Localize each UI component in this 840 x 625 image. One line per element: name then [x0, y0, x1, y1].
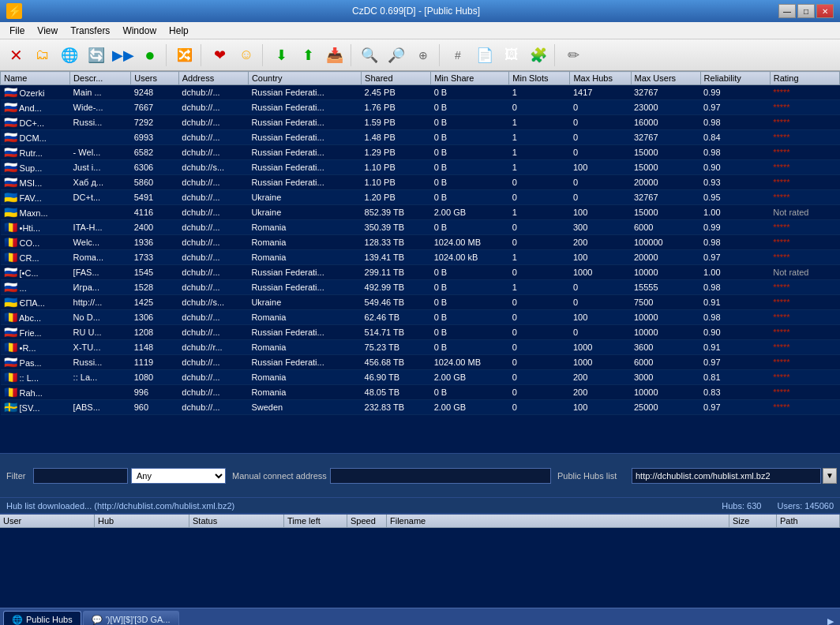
col-country[interactable]: Country	[248, 72, 361, 85]
table-row[interactable]: 🇷🇺 ... Игра... 1528 dchub://... Russian …	[1, 280, 840, 295]
toolbar-hash[interactable]: #	[445, 43, 471, 68]
cell-country: Russian Federati...	[248, 145, 361, 160]
col-address[interactable]: Address	[178, 72, 248, 85]
cell-name: 🇷🇺 Sup...	[1, 160, 70, 175]
toolbar-smiley[interactable]: ☺	[234, 43, 259, 68]
hub-list-combo: http://dchublist.com/hublist.xml.bz2 ▼	[632, 468, 837, 484]
filter-any-select[interactable]: Any	[131, 468, 226, 484]
table-row[interactable]: 🇷🇴 Rah... 996 dchub://... Romania 48.05 …	[1, 385, 840, 400]
toolbar-connect-green[interactable]: ●	[137, 43, 163, 68]
tab-scroll-right[interactable]: ▶	[824, 616, 837, 625]
cell-reliability: 0.99	[700, 220, 770, 235]
toolbar-upload[interactable]: ⬆	[295, 43, 321, 68]
col-name[interactable]: Name	[1, 72, 70, 85]
cell-reliability: 1.00	[700, 205, 770, 220]
cell-min-slots: 1	[509, 115, 570, 130]
cell-shared: 2.45 PB	[362, 85, 431, 100]
table-row[interactable]: 🇷🇺 Sup... Just i... 6306 dchub://s... Ru…	[1, 160, 840, 175]
cell-country: Russian Federati...	[248, 100, 361, 115]
cell-max-hubs: 100	[570, 250, 631, 265]
cell-descr: Russi...	[70, 115, 131, 130]
table-row[interactable]: 🇷🇺 Ozerki Main ... 9248 dchub://... Russ…	[1, 85, 840, 100]
filter-input[interactable]	[33, 468, 128, 484]
table-row[interactable]: 🇺🇦 Maxn... 4116 dchub://... Ukraine 852.…	[1, 205, 840, 220]
toolbar-refresh[interactable]: 🔄	[84, 43, 109, 68]
hub-list-dropdown-arrow[interactable]: ▼	[823, 468, 837, 484]
table-row[interactable]: 🇷🇺 Rutr... - Wel... 6582 dchub://... Rus…	[1, 145, 840, 160]
toolbar-forward[interactable]: ▶▶	[111, 43, 136, 68]
manual-connect-input[interactable]	[330, 468, 551, 484]
table-row[interactable]: 🇷🇴 •R... X-TU... 1148 dchub://r... Roman…	[1, 340, 840, 355]
hub-table-container[interactable]: Name Descr... Users Address Country Shar…	[0, 71, 840, 453]
menu-help[interactable]: Help	[163, 24, 195, 38]
toolbar-copy[interactable]: 🔀	[172, 43, 197, 68]
toolbar-plugin[interactable]: 🧩	[526, 43, 551, 68]
table-row[interactable]: 🇷🇺 And... Wide-... 7667 dchub://... Russ…	[1, 100, 840, 115]
table-row[interactable]: 🇷🇺 DCM... 6993 dchub://... Russian Feder…	[1, 130, 840, 145]
cell-reliability: 0.98	[700, 115, 770, 130]
table-row[interactable]: 🇷🇺 [•C... [FAS... 1545 dchub://... Russi…	[1, 265, 840, 280]
toolbar-sep6	[554, 44, 557, 66]
col-rating[interactable]: Rating	[770, 72, 839, 85]
cell-max-users: 32767	[631, 190, 700, 205]
menu-file[interactable]: File	[3, 24, 31, 38]
table-row[interactable]: 🇷🇺 Frie... RU U... 1208 dchub://... Russ…	[1, 325, 840, 340]
toolbar-globe[interactable]: 🌐	[57, 43, 82, 68]
hub-list-input[interactable]: http://dchublist.com/hublist.xml.bz2	[632, 468, 821, 484]
toolbar-doc[interactable]: 📄	[472, 43, 497, 68]
manual-connect-label: Manual connect address	[232, 471, 327, 481]
cell-descr	[70, 385, 131, 400]
table-row[interactable]: 🇺🇦 ЄПА... http://... 1425 dchub://s... U…	[1, 295, 840, 310]
col-max-users[interactable]: Max Users	[631, 72, 700, 85]
table-row[interactable]: 🇷🇺 MSI... Хаб д... 5860 dchub://... Russ…	[1, 175, 840, 190]
col-shared[interactable]: Shared	[362, 72, 431, 85]
cell-min-share: 2.00 GB	[431, 400, 509, 415]
table-row[interactable]: 🇸🇪 [SV... [ABS... 960 dchub://... Sweden…	[1, 400, 840, 415]
cell-min-share: 0 B	[431, 385, 509, 400]
toolbar-search1[interactable]: 🔍	[357, 43, 382, 68]
table-row[interactable]: 🇷🇺 Pas... Russi... 1119 dchub://... Russ…	[1, 355, 840, 370]
cell-min-share: 0 B	[431, 325, 509, 340]
col-min-share[interactable]: Min Share	[431, 72, 509, 85]
cell-country: Romania	[248, 220, 361, 235]
table-row[interactable]: 🇺🇦 FAV... DC+t... 5491 dchub://... Ukrai…	[1, 190, 840, 205]
cell-users: 7667	[131, 100, 179, 115]
cell-shared: 139.41 TB	[362, 250, 431, 265]
maximize-button[interactable]: □	[797, 4, 815, 18]
window-controls[interactable]: — □ ✕	[778, 4, 834, 18]
cell-reliability: 0.84	[700, 130, 770, 145]
menu-view[interactable]: View	[31, 24, 64, 38]
table-row[interactable]: 🇷🇴 Abc... No D... 1306 dchub://... Roman…	[1, 310, 840, 325]
col-max-hubs[interactable]: Max Hubs	[570, 72, 631, 85]
cell-reliability: 0.98	[700, 280, 770, 295]
table-row[interactable]: 🇷🇴 CR... Roma... 1733 dchub://... Romani…	[1, 250, 840, 265]
toolbar-open[interactable]: 🗂	[30, 43, 55, 68]
col-reliability[interactable]: Reliability	[700, 72, 770, 85]
table-row[interactable]: 🇷🇴 :: L... :: La... 1080 dchub://... Rom…	[1, 370, 840, 385]
toolbar-download[interactable]: ⬇	[268, 43, 294, 68]
col-min-slots[interactable]: Min Slots	[509, 72, 570, 85]
table-row[interactable]: 🇷🇺 DC+... Russi... 7292 dchub://... Russ…	[1, 115, 840, 130]
toolbar-favorite[interactable]: ❤	[207, 43, 232, 68]
tab-chat[interactable]: 💬 ')[W][$]'[3D GA...	[83, 611, 179, 625]
toolbar-disconnect[interactable]: ✕	[3, 43, 28, 68]
toolbar-edit[interactable]: ✏	[561, 43, 586, 68]
minimize-button[interactable]: —	[778, 4, 796, 18]
cell-reliability: 0.95	[700, 190, 770, 205]
cell-name: 🇷🇴 CR...	[1, 250, 70, 265]
col-descr[interactable]: Descr...	[70, 72, 131, 85]
tab-public-hubs[interactable]: 🌐 Public Hubs	[3, 611, 81, 625]
col-users[interactable]: Users	[131, 72, 179, 85]
cell-min-share: 0 B	[431, 295, 509, 310]
toolbar-search2[interactable]: 🔎	[384, 43, 409, 68]
toolbar-queue[interactable]: 📥	[322, 43, 347, 68]
cell-name: 🇷🇺 DCM...	[1, 130, 70, 145]
toolbar-image[interactable]: 🖼	[499, 43, 524, 68]
toolbar-search3[interactable]: ⊕	[411, 43, 436, 68]
close-button[interactable]: ✕	[816, 4, 834, 18]
table-row[interactable]: 🇷🇴 •Hti... ITA-H... 2400 dchub://... Rom…	[1, 220, 840, 235]
table-row[interactable]: 🇷🇴 CO... Welc... 1936 dchub://... Romani…	[1, 235, 840, 250]
cell-name: 🇷🇴 •R...	[1, 340, 70, 355]
menu-transfers[interactable]: Transfers	[64, 24, 116, 38]
menu-window[interactable]: Window	[116, 24, 163, 38]
